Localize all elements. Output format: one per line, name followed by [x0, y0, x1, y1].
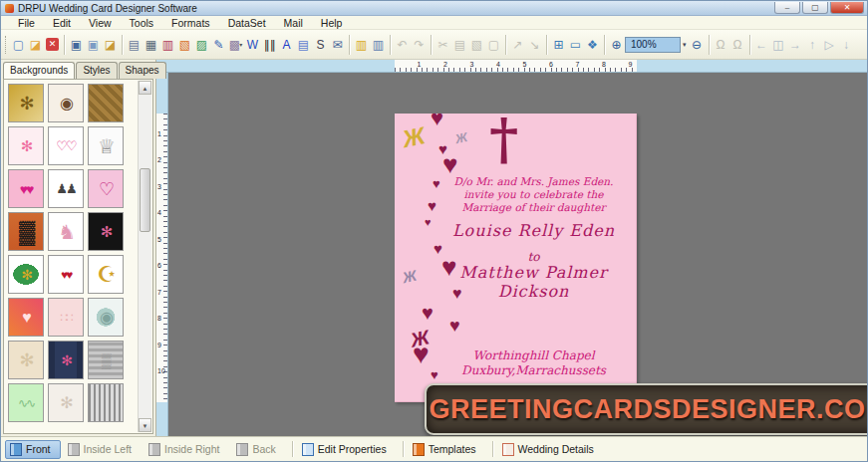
menu-tools[interactable]: Tools [121, 17, 163, 29]
scroll-up-button[interactable]: ▲ [139, 81, 151, 95]
fill-color-button[interactable]: ▧ [176, 34, 193, 56]
background-tile-pale-floral[interactable]: ✻ [48, 383, 84, 422]
menu-mail[interactable]: Mail [275, 17, 312, 29]
main-area: BackgroundsStylesShapes ✻◉✻♡♡♕♥♥♟♟♡▓♞✻✻♥… [1, 60, 867, 436]
bottom-tab-wedding-details[interactable]: Wedding Details [497, 440, 604, 459]
barcode-button[interactable]: ∥∥ [261, 34, 278, 56]
paste-button: ▧ [468, 34, 485, 56]
background-tile-pink-speckled[interactable]: ∷∷ [48, 298, 84, 337]
inside-left-icon [68, 443, 80, 456]
background-tile-ganesh-orange-black[interactable]: ▓ [8, 212, 44, 251]
background-tile-pink-blossom-cream[interactable]: ✻ [8, 126, 44, 165]
background-tile-teal-mandala[interactable]: ◉ [88, 298, 124, 337]
background-tile-gold-floral[interactable]: ✻ [8, 84, 44, 122]
menu-formats[interactable]: Formats [162, 17, 219, 29]
export-folder-button[interactable]: ◪ [102, 34, 119, 56]
signature-button[interactable]: S [312, 34, 329, 56]
picture-effects-caret-icon: ▾ [239, 41, 242, 48]
zoom-in-button[interactable]: ⊕ [608, 34, 625, 56]
to-text[interactable]: to [433, 250, 635, 264]
insert-text-button[interactable]: A [278, 34, 295, 56]
open-file-button[interactable]: ◪ [27, 34, 44, 56]
background-tile-pink-elephant[interactable]: ♞ [48, 212, 84, 251]
background-tile-wedding-carriage[interactable]: ♕ [88, 126, 124, 165]
menu-help[interactable]: Help [312, 17, 352, 29]
picture-effects-button[interactable]: ▩▾ [227, 34, 244, 56]
butterfly-icon: Ж [402, 268, 419, 286]
zoom-out-button[interactable]: ⊖ [689, 34, 706, 56]
menu-edit[interactable]: Edit [44, 17, 80, 29]
copy-pages-button[interactable]: ▥ [159, 34, 176, 56]
toolbar-grip[interactable] [5, 36, 8, 54]
database-add-button[interactable]: ▥ [353, 34, 370, 56]
word-art-button[interactable]: W [244, 34, 261, 56]
venue-text[interactable]: Worthinghill Chapel Duxbury,Marrachusset… [433, 348, 635, 378]
save-as-button[interactable]: ▣ [85, 34, 102, 56]
fit-to-window-button[interactable]: ❖ [584, 34, 601, 56]
insert-note-button[interactable]: ▤ [295, 34, 312, 56]
menu-view[interactable]: View [80, 17, 121, 29]
green-scallop-glyph: ∿∿ [18, 397, 34, 409]
background-tile-rose-petals[interactable]: ♥♥ [48, 255, 84, 294]
card-intro-text[interactable]: D/o Mr. and Mrs. James Eden. invite you … [433, 175, 635, 214]
background-tile-brown-damask[interactable] [88, 84, 124, 122]
send-to-back-icon: ↘ [529, 39, 539, 51]
menu-file[interactable]: File [9, 17, 44, 29]
background-tile-heart-outlines[interactable]: ♡♡ [48, 126, 84, 165]
tab-backgrounds[interactable]: Backgrounds [3, 62, 75, 79]
background-tile-pink-hearts[interactable]: ♥♥ [8, 169, 44, 208]
unlock-button: Ω [729, 34, 746, 56]
insert-note-icon: ▤ [298, 39, 309, 51]
background-tile-gray-lace[interactable]: ▒ [88, 341, 124, 379]
butterfly-icon: Ж [454, 130, 469, 145]
front-icon [10, 443, 22, 456]
background-tile-dancing-couples[interactable]: ♟♟ [48, 169, 84, 208]
background-tile-crescent-moon-star[interactable]: ☪ [88, 255, 124, 294]
bride-name-text[interactable]: Louise Relly Eden [433, 221, 635, 240]
background-tile-hearts-collage[interactable]: ♥ [8, 298, 44, 337]
tab-styles[interactable]: Styles [76, 62, 117, 79]
cross-icon: † [489, 114, 518, 171]
hearts-collage-glyph: ♥ [22, 310, 30, 326]
close-button[interactable]: ✕ [830, 2, 864, 14]
vertical-ruler: 12345678910 [156, 73, 168, 436]
mail-merge-button[interactable]: ✉ [329, 34, 346, 56]
scroll-down-button[interactable]: ▼ [139, 418, 151, 432]
background-tile-lace-stripes[interactable] [88, 383, 124, 422]
print-button[interactable]: ▦ [143, 34, 159, 56]
show-guides-button[interactable]: ▭ [567, 34, 584, 56]
design-canvas[interactable]: 123456789 12345678910 † ♥♥♥♥♥♥♥♥♥♥♥♥♥ЖЖЖ… [156, 60, 867, 436]
database-view-button[interactable]: ▥ [370, 34, 387, 56]
zoom-level-field[interactable]: 100% [625, 37, 681, 53]
scrollbar-thumb[interactable] [140, 168, 150, 232]
show-grid-button[interactable]: ⊞ [550, 34, 567, 56]
zoom-dropdown-caret[interactable]: ▾ [681, 41, 689, 49]
background-tile-navy-rose-stripe[interactable]: ✻ [48, 341, 84, 379]
bottom-tab-templates[interactable]: Templates [408, 440, 486, 459]
draw-pen-button[interactable]: ✎ [210, 34, 227, 56]
zoom-in-icon: ⊕ [611, 39, 621, 51]
background-tile-cream-paisley[interactable]: ◉ [48, 84, 84, 122]
copy-pages-icon: ▥ [162, 39, 173, 51]
delete-object-icon: ▢ [488, 39, 499, 51]
groom-name-text[interactable]: Matthew Palmer Dickson [433, 263, 635, 301]
background-tile-swirl-hearts[interactable]: ♡ [88, 169, 124, 208]
menu-dataset[interactable]: DataSet [219, 17, 275, 29]
new-document-button[interactable]: ▢ [10, 34, 27, 56]
maximize-button[interactable]: ▢ [802, 2, 828, 14]
bottom-tab-edit-properties[interactable]: Edit Properties [297, 440, 397, 459]
page-setup-button[interactable]: ▤ [126, 34, 143, 56]
insert-image-button[interactable]: ▨ [193, 34, 210, 56]
background-tile-black-floral-pink[interactable]: ✻ [88, 212, 124, 251]
save-button[interactable]: ▣ [68, 34, 85, 56]
minimize-button[interactable]: – [774, 2, 800, 14]
background-tile-green-scallop[interactable]: ∿∿ [8, 383, 44, 422]
sidebar-scrollbar[interactable]: ▲ ▼ [138, 81, 151, 432]
close-file-button[interactable]: ✕ [44, 34, 61, 56]
background-tile-gold-figure-leaf[interactable]: ✻ [8, 255, 44, 294]
inside-right-icon [148, 443, 160, 456]
tab-shapes[interactable]: Shapes [119, 62, 166, 79]
background-tile-cream-magnolia[interactable]: ✻ [8, 341, 44, 379]
wedding-card[interactable]: † ♥♥♥♥♥♥♥♥♥♥♥♥♥ЖЖЖЖ D/o Mr. and Mrs. Jam… [395, 114, 637, 402]
bottom-tab-front[interactable]: Front [5, 440, 61, 459]
